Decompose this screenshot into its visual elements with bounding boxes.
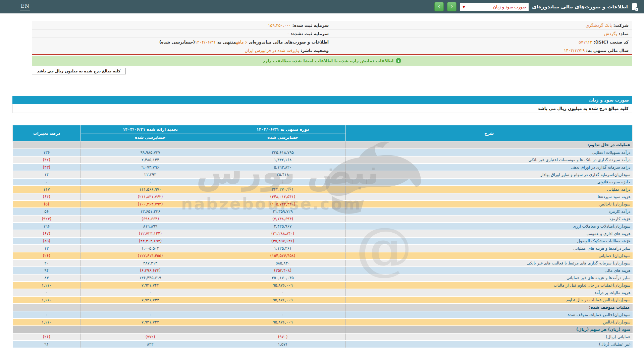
row-value-prior: (۶,۳۹۶,۶۳۳): [81, 267, 220, 274]
row-value-prior: ۴۸۷,۲۱۳: [81, 259, 220, 267]
row-value-current: ۱,۱۲۵,۳۶۱: [220, 245, 346, 252]
row-description: درآمد کارمزد: [346, 208, 633, 215]
table-row: سود(زیان)عملیات در حال تداوم قبل از مالی…: [13, 282, 633, 289]
row-change-percent: ۱۹۶: [13, 223, 81, 230]
row-change-percent: ۹۱: [13, 341, 81, 348]
info-segment: سرمایه ثبت شده:: [291, 23, 329, 28]
row-value-prior: ۰: [81, 289, 220, 296]
row-value-prior: ۸۲۲: [81, 341, 220, 348]
row-value-prior: ۹,۰۷۳,۷۹۶: [81, 164, 220, 171]
statement-type-dropdown[interactable]: ▼ صورت سود و زیان: [460, 3, 529, 11]
company-info-row: نماد:وگردشسرمایه ثبت نشده: ۰: [32, 29, 632, 38]
row-value-prior: (۶۹۸,۶۶۴): [81, 215, 220, 223]
statement-units-row: کلیه مبالغ درج شده به میلیون ریال می باش…: [12, 104, 632, 113]
row-description: هزینه های مالی: [346, 267, 633, 274]
next-statement-button[interactable]: ›: [447, 2, 457, 11]
row-value-prior: ۱۱۱,۵۶۶,۹۷۰: [81, 186, 220, 193]
company-info-row: شرکت:بانک گردشگریسرمایه ثبت شده: ۱۵۹,۴۵۰…: [32, 21, 632, 29]
row-value-current: ۵,۱۹۳,۸۲۰: [220, 164, 346, 171]
table-row: سود(زیان)خالص۹۵,۸۷۶,۰۰۹۷,۹۲۱,۷۴۴۱,۱۱۰: [13, 318, 633, 326]
statement-type-selected: صورت سود و زیان: [465, 4, 526, 9]
row-change-percent: (۲۶): [13, 333, 81, 341]
row-description: هزینه سود سپرده‌ها: [346, 193, 633, 200]
table-row: سود(زیان)خالص عملیات متوقف شده۰۰۰: [13, 311, 633, 318]
table-row: عملیات در حال تداوم:: [13, 141, 633, 149]
info-segment: ۱۵۹,۴۵۰,۰۰۰: [268, 23, 291, 28]
row-description: سود(زیان)خالص عملیات متوقف شده: [346, 311, 633, 318]
row-value-prior: (۲۱۱,۸۳۱,۷۶۲): [81, 193, 220, 200]
signature-match-banner: i اطلاعات نمایش داده شده با اطلاعات امضا…: [32, 56, 632, 66]
table-row: عملیاتی (ریال)(۹۷۰)(۷۷۲)(۲۶): [13, 333, 633, 341]
table-row: هزینه کارمزد(۷,۱۴۸,۶۹۴)(۶۹۸,۶۶۴)(۹۲۳): [13, 215, 633, 223]
row-value-current: ۹۵,۸۷۶,۰۰۹: [220, 296, 346, 304]
row-change-percent: ۸۳: [13, 274, 81, 282]
language-toggle[interactable]: EN: [20, 3, 30, 10]
column-header-change-percent: درصد تغییرات: [13, 125, 81, 141]
row-description: هزینه های اداری و عمومی: [346, 230, 633, 237]
table-row: درآمد تسهیلات اعطایی۲۳۵,۶۱۸,۷۹۵۹۹,۹۸۵,۷۳…: [13, 149, 633, 156]
row-change-percent: (۸۵): [13, 237, 81, 245]
info-label: نماد:: [619, 31, 629, 36]
row-description: سود(زیان) ناخالص: [346, 200, 633, 208]
row-value-prior: ۷,۹۲۱,۷۴۴: [81, 318, 220, 326]
statement-title: صورت سود و زیان: [589, 98, 629, 103]
row-change-percent: ۱,۱۱۰: [13, 296, 81, 304]
row-description: سود(زیان)عملیات در حال تداوم قبل از مالی…: [346, 282, 633, 289]
row-value-current: ۹۵,۸۷۶,۰۰۹: [220, 318, 346, 326]
row-change-percent: [13, 141, 81, 149]
table-row: درآمد عملیاتی۲۴۲,۲۷۰,۲۰۱۱۱۱,۵۶۶,۹۷۰۱۱۷: [13, 186, 633, 193]
row-value-current: (۳۴۸,۰۱۲,۵۴۱): [220, 193, 346, 200]
company-info-row: کد صنعت (ISIC):۵۷۱۹۱۲اطلاعات و صورت‌های …: [32, 38, 632, 46]
row-value-prior: [81, 326, 220, 333]
table-row: سود(زیان)خالص عملیات در حال تداوم۹۵,۸۷۶,…: [13, 296, 633, 304]
units-note-box: کلیه مبالغ درج شده به میلیون ریال می باش…: [32, 68, 126, 74]
income-statement-table: شرح دوره منتهی به ۱۴۰۴/۰۶/۳۱ تجدید ارائه…: [12, 125, 633, 348]
row-value-current: (۷,۱۴۸,۶۹۴): [220, 215, 346, 223]
row-value-current: ۲,۴۲۵,۹۶۷: [220, 223, 346, 230]
column-header-description: شرح: [346, 125, 633, 141]
row-value-prior: ۸۱۹,۸۹۹: [81, 223, 220, 230]
info-label: کد صنعت (ISIC):: [593, 40, 629, 45]
row-change-percent: (۴۳): [13, 164, 81, 171]
table-row: سایر درآمدها و هزینه های عملیاتی۱,۱۲۵,۳۶…: [13, 245, 633, 252]
info-icon: i: [396, 58, 401, 63]
table-row: هزینه های اداری و عمومی(۲۱,۲۸۸,۸۴۰)(۱۲,۷…: [13, 230, 633, 237]
row-description: غیر عملیاتی (ریال): [346, 341, 633, 348]
top-navigation-bar: EN ‹ › ▼ صورت سود و زیان اطلاعات و صورت‌…: [0, 0, 644, 13]
row-change-percent: ۰: [13, 289, 81, 296]
row-value-prior: ۱۳,۶۵۱,۲۳۶: [81, 208, 220, 215]
clipboard-check-icon: ✓: [631, 3, 638, 11]
row-change-percent: ۱,۱۱۰: [13, 282, 81, 289]
row-description: سود(زیان) عملیاتی: [346, 252, 633, 259]
info-label: شرکت:: [613, 23, 629, 28]
row-value-current: ۱,۵۷۱: [220, 341, 346, 348]
previous-statement-button[interactable]: ‹: [434, 2, 444, 11]
row-value-current: ۲۱,۳۵۹,۷۲۹: [220, 208, 346, 215]
row-value-prior: (۱۰۰,۲۶۴,۷۹۲): [81, 200, 220, 208]
table-row: عملیات متوقف شده:: [13, 304, 633, 311]
row-description: سود(زیان)خالص: [346, 318, 633, 326]
row-description: سود(زیان) سرمایه گذاری های مرتبط با فعال…: [346, 259, 633, 267]
company-info-row: سال مالی منتهی به:۱۴۰۴/۱۲/۲۹وضعیت ناشر: …: [32, 46, 632, 54]
row-description: درآمد تسهیلات اعطایی: [346, 149, 633, 156]
row-description: سایر درآمدها و هزینه های غیر عملیاتی: [346, 274, 633, 282]
row-value-prior: ۷,۹۲۱,۷۴۴: [81, 282, 220, 289]
column-header-prior-period: تجدید ارائه شده ۱۴۰۳/۰۶/۳۱: [81, 125, 220, 133]
row-description: سود(زیان)خالص عملیات در حال تداوم: [346, 296, 633, 304]
table-row: سود (زیان) هر سهم (ریال): [13, 326, 633, 333]
row-value-prior: ۱,۰۰۵,۵۰۲: [81, 245, 220, 252]
row-change-percent: ۹۴: [13, 267, 81, 274]
row-value-current: ۲۳۵,۶۱۸,۷۹۵: [220, 149, 346, 156]
info-segment: ۶ ماهه: [236, 40, 248, 45]
row-value-prior: [81, 304, 220, 311]
info-segment: وضعیت ناشر:: [299, 48, 329, 53]
row-description: سود (زیان) هر سهم (ریال): [346, 326, 633, 333]
table-row: سایر درآمدها و هزینه های غیر عملیاتی۲۵۰,…: [13, 274, 633, 282]
row-description: سود(زیان)سرمایه گذاری در سهام و سایر اور…: [346, 171, 633, 178]
row-description: سایر درآمدها و هزینه های عملیاتی: [346, 245, 633, 252]
row-change-percent: ۱۱۷: [13, 186, 81, 193]
column-subheader-audited-prior: حسابرسی شده: [81, 133, 220, 141]
table-row: سود(زیان)مبادلات و معاملات ارزی۲,۴۲۵,۹۶۷…: [13, 223, 633, 230]
row-value-prior: ۰: [81, 311, 220, 318]
row-value-current: [220, 304, 346, 311]
